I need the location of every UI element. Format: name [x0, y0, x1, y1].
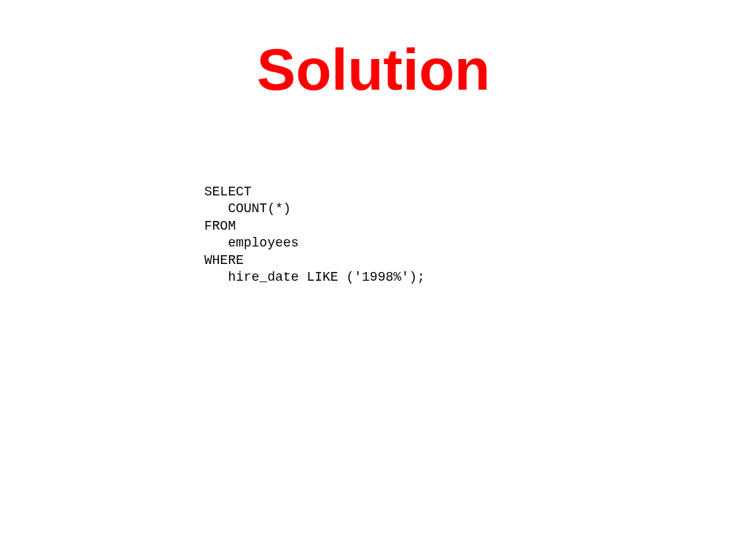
slide-container: Solution SELECT COUNT(*) FROM employees … [0, 0, 747, 560]
slide-title: Solution [0, 36, 747, 104]
sql-code-block: SELECT COUNT(*) FROM employees WHERE hir… [204, 184, 747, 286]
